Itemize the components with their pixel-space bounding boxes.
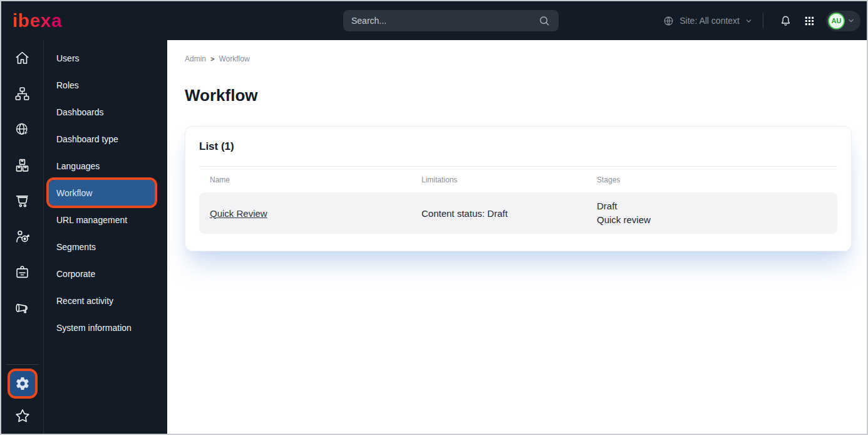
breadcrumb: Admin > Workflow (185, 55, 852, 63)
sidebar-item-dashboards[interactable]: Dashboards (44, 98, 167, 125)
rail-item-dashboard[interactable] (5, 40, 40, 76)
cart-icon (14, 192, 31, 209)
rail-divider (6, 364, 39, 365)
id-badge-icon (14, 264, 31, 281)
icon-rail (1, 40, 44, 434)
sidebar-item-corporate[interactable]: Corporate (44, 260, 167, 287)
sidebar-item-users[interactable]: Users (44, 45, 167, 71)
grid-icon (803, 15, 815, 27)
workflow-limitations: Content status: Draft (421, 208, 597, 219)
breadcrumb-workflow: Workflow (219, 55, 249, 63)
breadcrumb-separator: > (210, 55, 214, 63)
topbar: ibexa Search... Site: All context (1, 1, 867, 40)
chevron-down-icon (745, 17, 753, 25)
search-icon (538, 14, 550, 27)
workflow-name-link[interactable]: Quick Review (210, 208, 267, 219)
table-row: Quick Review Content status: Draft Draft… (199, 192, 837, 234)
stage-item: Quick review (597, 213, 827, 227)
sidebar-item-languages[interactable]: Languages (44, 152, 167, 179)
globe-icon (663, 15, 674, 27)
page-title: Workflow (185, 86, 852, 105)
sidebar-item-recent-activity[interactable]: Recent activity (44, 287, 167, 314)
app-window: ibexa Search... Site: All context (0, 0, 868, 435)
admin-sidebar: Users Roles Dashboards Dashboard type La… (44, 40, 167, 434)
list-card-title: List (1) (199, 140, 837, 153)
card-divider (199, 166, 837, 167)
rail-item-marketing[interactable] (5, 290, 40, 326)
column-header-name: Name (210, 176, 421, 184)
rail-item-site[interactable] (5, 112, 40, 147)
sidebar-item-roles[interactable]: Roles (44, 71, 167, 98)
site-context-selector[interactable]: Site: All context (663, 15, 753, 27)
sidebar-item-segments[interactable]: Segments (44, 233, 167, 260)
sitemap-icon (14, 85, 31, 102)
globe-cursor-icon (14, 121, 31, 138)
app-switcher-button[interactable] (800, 12, 819, 30)
topbar-right: Site: All context (663, 11, 860, 31)
gear-icon (15, 376, 30, 391)
megaphone-icon (14, 300, 31, 317)
workflow-list-card: List (1) Name Limitations Stages Quick R… (185, 126, 852, 251)
ibexa-logo[interactable]: ibexa (13, 10, 62, 31)
sidebar-item-dashboard-type[interactable]: Dashboard type (44, 125, 167, 152)
column-header-stages: Stages (597, 176, 827, 184)
sidebar-item-workflow[interactable]: Workflow (49, 180, 155, 206)
sidebar-item-url-management[interactable]: URL management (44, 206, 167, 233)
person-target-icon (14, 228, 31, 245)
search-placeholder: Search... (351, 16, 386, 26)
main-content: Admin > Workflow Workflow List (1) Name … (167, 40, 867, 434)
topbar-divider (763, 13, 763, 28)
rail-item-admin-active[interactable] (10, 371, 35, 396)
site-context-label: Site: All context (679, 16, 740, 26)
rail-item-product-catalog[interactable] (5, 147, 40, 183)
workflow-stages: Draft Quick review (597, 199, 827, 227)
rail-item-bookmarks[interactable] (5, 404, 40, 429)
bell-icon (779, 14, 792, 28)
rail-item-commerce[interactable] (5, 183, 40, 219)
packages-icon (14, 157, 31, 174)
notifications-button[interactable] (776, 11, 795, 31)
stage-item: Draft (597, 199, 827, 213)
global-search-input[interactable]: Search... (343, 10, 559, 31)
sidebar-item-system-information[interactable]: System information (44, 314, 167, 341)
table-header: Name Limitations Stages (199, 176, 837, 184)
star-icon (14, 407, 31, 425)
home-icon (14, 50, 31, 66)
breadcrumb-admin[interactable]: Admin (185, 55, 206, 63)
column-header-limitations: Limitations (421, 176, 597, 184)
rail-item-content-tree[interactable] (5, 76, 40, 112)
chevron-down-icon (847, 17, 855, 24)
rail-item-corporate[interactable] (5, 254, 40, 290)
avatar: AU (828, 13, 845, 29)
rail-item-customers[interactable] (5, 219, 40, 254)
user-menu[interactable]: AU (826, 11, 860, 31)
